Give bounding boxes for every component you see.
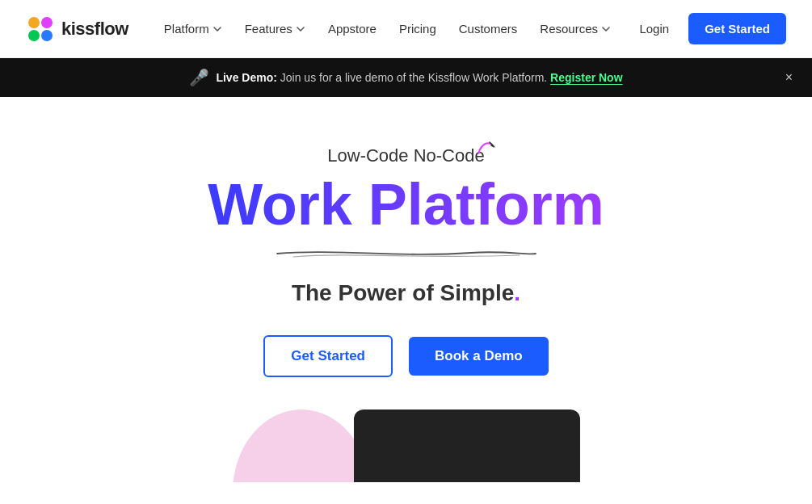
login-button[interactable]: Login: [626, 15, 682, 42]
banner-close-button[interactable]: ×: [785, 70, 793, 85]
nav-right: Login Get Started: [626, 13, 786, 45]
nav-item-features[interactable]: Features: [235, 15, 315, 42]
chevron-down-icon: [296, 24, 305, 34]
blob-decoration: [233, 410, 370, 482]
hero-buttons: Get Started Book a Demo: [263, 335, 548, 377]
hero-section: Low-Code No-Code Work Platform The Power…: [0, 97, 812, 482]
navbar: kissflow Platform Features Appstore Pric…: [0, 0, 812, 58]
svg-point-1: [41, 17, 53, 28]
nav-item-pricing[interactable]: Pricing: [389, 15, 446, 42]
hero-subtitle: Low-Code No-Code: [327, 145, 484, 166]
hero-get-started-button[interactable]: Get Started: [263, 335, 393, 377]
banner-text: Join us for a live demo of the Kissflow …: [280, 71, 550, 84]
nav-item-customers[interactable]: Customers: [449, 15, 528, 42]
register-now-link[interactable]: Register Now: [550, 71, 622, 84]
banner-content: Live Demo: Join us for a live demo of th…: [216, 71, 622, 84]
hero-illustration: [26, 410, 786, 482]
svg-point-0: [28, 17, 40, 28]
banner-emoji: 🎤: [189, 68, 209, 87]
squiggle-decoration: [477, 139, 499, 162]
nav-links: Platform Features Appstore Pricing Custo…: [154, 15, 627, 42]
nav-item-resources[interactable]: Resources: [530, 15, 621, 42]
underline-decoration: [269, 246, 544, 261]
live-demo-banner: 🎤 Live Demo: Join us for a live demo of …: [0, 58, 812, 97]
logo-text: kissflow: [61, 19, 128, 40]
hero-book-demo-button[interactable]: Book a Demo: [409, 337, 549, 376]
chevron-down-icon: [212, 24, 222, 34]
logo-icon: [26, 15, 55, 44]
nav-item-platform[interactable]: Platform: [154, 15, 232, 42]
logo[interactable]: kissflow: [26, 15, 128, 44]
nav-item-appstore[interactable]: Appstore: [318, 15, 386, 42]
banner-prefix: Live Demo:: [216, 71, 276, 84]
get-started-nav-button[interactable]: Get Started: [688, 13, 786, 45]
chevron-down-icon: [601, 24, 611, 34]
hero-tagline: The Power of Simple.: [292, 280, 520, 306]
dark-card-decoration: [354, 410, 580, 482]
svg-point-2: [28, 30, 40, 41]
svg-point-3: [41, 30, 53, 41]
hero-title: Work Platform: [208, 173, 604, 237]
